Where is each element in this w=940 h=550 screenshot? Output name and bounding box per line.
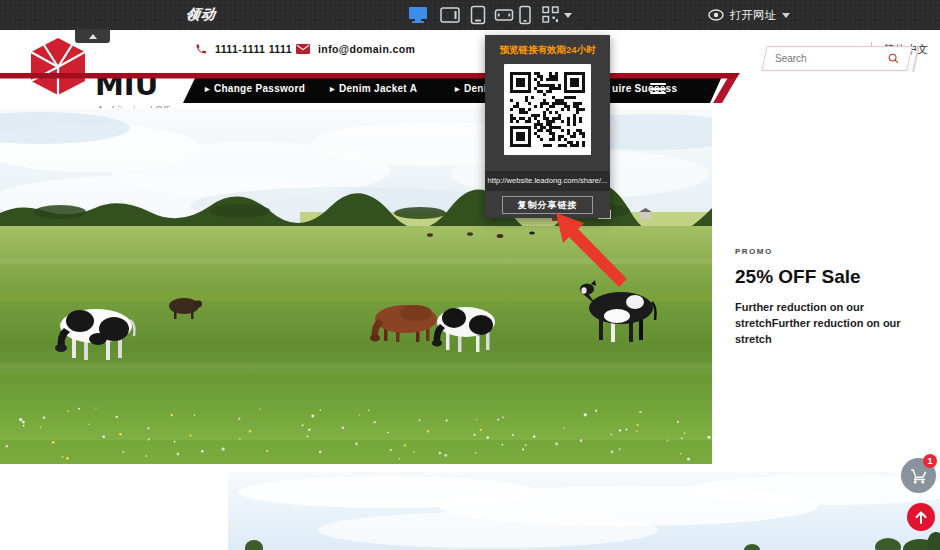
phone-number: 1111-1111 1111 — [215, 43, 292, 55]
screen: 领动 — [0, 0, 940, 550]
qr-share-popup: 预览链接有效期24小时 http://website.leadong.com/s… — [485, 35, 610, 218]
device-phone-landscape-button[interactable] — [492, 5, 516, 25]
nav-item-change-password[interactable]: ▶Change Password — [205, 83, 305, 94]
search-input[interactable] — [775, 53, 880, 64]
email-contact[interactable]: info@domain.com — [296, 43, 415, 55]
cart-button[interactable]: 1 — [901, 458, 936, 493]
leadong-logo[interactable]: 领动 — [184, 6, 217, 24]
open-site-button[interactable]: 打开网址 — [708, 6, 790, 24]
qr-code — [504, 64, 591, 155]
hamburger-menu-icon[interactable] — [650, 83, 666, 94]
qr-share-menu-button[interactable] — [542, 5, 572, 25]
miu-cube-logo-icon — [26, 37, 90, 97]
promo-body: Further reduction on our stretchFurther … — [735, 300, 925, 348]
chevron-down-icon — [782, 13, 790, 18]
qr-popup-title: 预览链接有效期24小时 — [485, 44, 610, 57]
eye-icon — [708, 9, 724, 21]
nav-item-denim-jacket-a[interactable]: ▶Denim Jacket A — [330, 83, 417, 94]
device-tablet-portrait-button[interactable] — [466, 5, 490, 25]
device-phone-portrait-button[interactable] — [516, 5, 534, 25]
envelope-icon — [296, 44, 310, 54]
cart-count-badge: 1 — [923, 454, 937, 468]
triangle-right-icon: ▶ — [330, 85, 335, 92]
phone-contact[interactable]: 1111-1111 1111 — [195, 43, 292, 55]
open-site-label: 打开网址 — [730, 8, 776, 23]
phone-icon — [195, 43, 207, 55]
promo-eyebrow: PROMO — [735, 247, 925, 256]
copy-share-link-button[interactable]: 复制分享链接 — [502, 196, 593, 214]
tablet-landscape-icon — [438, 5, 462, 25]
chevron-down-icon — [564, 13, 572, 18]
nav-item-inquire-success[interactable]: uire Success — [612, 83, 677, 94]
promo-title: 25% OFF Sale — [735, 266, 925, 288]
promo-block: PROMO 25% OFF Sale Further reduction on … — [735, 247, 925, 348]
desktop-icon — [406, 5, 430, 25]
device-tablet-landscape-button[interactable] — [438, 5, 462, 25]
email-address: info@domain.com — [318, 43, 415, 55]
arrow-up-icon — [915, 511, 927, 524]
search-icon[interactable] — [888, 51, 899, 66]
search-box — [761, 46, 912, 71]
chevron-up-icon — [89, 34, 97, 39]
qr-code-icon — [542, 6, 559, 23]
tablet-portrait-icon — [466, 5, 490, 25]
cart-icon — [910, 467, 928, 485]
header-red-bar — [0, 73, 740, 79]
triangle-right-icon: ▶ — [455, 85, 460, 92]
phone-portrait-icon — [516, 5, 534, 25]
toolbar-collapse-button[interactable] — [75, 29, 110, 43]
device-desktop-button[interactable] — [406, 5, 430, 25]
phone-landscape-icon — [492, 5, 516, 25]
back-to-top-button[interactable] — [907, 503, 935, 531]
share-url: http://website.leadong.com/share/... — [485, 171, 610, 191]
secondary-image-sky — [228, 472, 940, 550]
builder-toolbar: 领动 — [0, 0, 940, 30]
triangle-right-icon: ▶ — [205, 85, 210, 92]
